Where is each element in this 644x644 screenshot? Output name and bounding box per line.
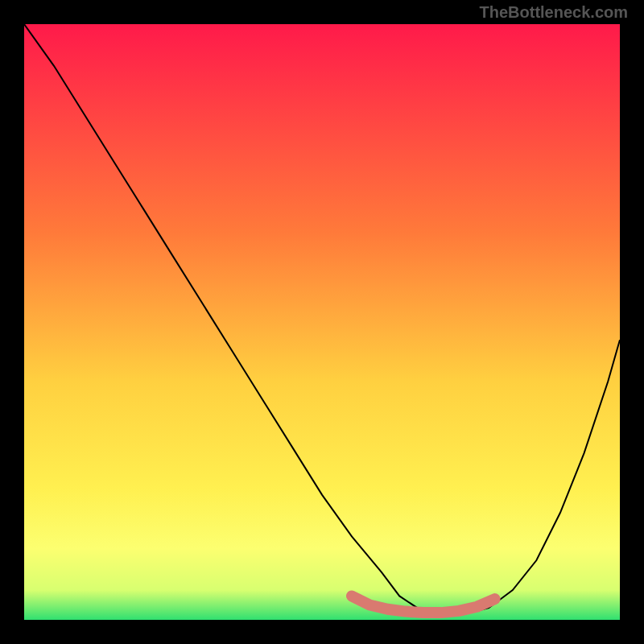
chart-svg bbox=[24, 24, 620, 620]
gradient-background bbox=[24, 24, 620, 620]
chart-container: TheBottleneck.com bbox=[0, 0, 644, 644]
plot-area bbox=[24, 24, 620, 620]
attribution-text: TheBottleneck.com bbox=[480, 3, 628, 22]
